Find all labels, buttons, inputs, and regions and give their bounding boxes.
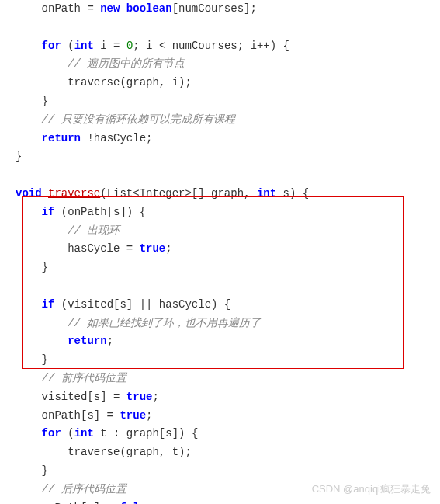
code-line: return !hasCycle; (16, 132, 152, 144)
code-line: return; (16, 335, 113, 347)
code-line: // 如果已经找到了环，也不用再遍历了 (16, 317, 261, 329)
code-line: if (onPath[s]) { (16, 206, 146, 218)
code-line: } (16, 353, 48, 366)
code-line: onPath[s] = false; (16, 502, 159, 504)
code-line: for (int i = 0; i < numCourses; i++) { (16, 40, 289, 52)
code-line: } (16, 261, 48, 273)
code-line: if (visited[s] || hasCycle) { (16, 298, 230, 311)
code-block: onPath = new boolean[numCourses]; for (i… (0, 0, 440, 504)
code-line: void traverse(List<Integer>[] graph, int… (16, 187, 309, 200)
code-line: traverse(graph, t); (16, 446, 192, 458)
code-line: // 只要没有循环依赖可以完成所有课程 (16, 113, 235, 126)
code-line: for (int t : graph[s]) { (16, 427, 198, 440)
code-line: onPath = new boolean[numCourses]; (16, 2, 257, 15)
code-line: traverse(graph, i); (16, 76, 192, 89)
code-line: } (16, 464, 48, 477)
code-line: // 前序代码位置 (16, 372, 126, 384)
code-line: hasCycle = true; (16, 242, 172, 255)
code-line: onPath[s] = true; (16, 409, 152, 422)
code-line: // 后序代码位置 (16, 483, 126, 495)
code-line: // 遍历图中的所有节点 (16, 57, 185, 70)
code-line: } (16, 150, 22, 162)
code-line: } (16, 95, 48, 107)
code-line: // 出现环 (16, 224, 120, 237)
code-line: visited[s] = true; (16, 391, 159, 403)
